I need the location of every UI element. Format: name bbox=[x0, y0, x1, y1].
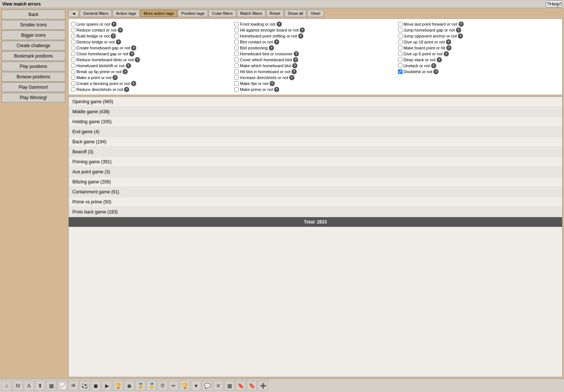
filter-checkbox[interactable] bbox=[398, 63, 402, 68]
cube-filters-btn[interactable]: Cube filters bbox=[209, 10, 236, 17]
result-row[interactable]: Priming game (391) bbox=[69, 157, 562, 167]
filter-help-icon[interactable]: ? bbox=[458, 33, 463, 39]
chart-icon[interactable]: ▦ bbox=[46, 380, 56, 391]
result-row[interactable]: Containment game (61) bbox=[69, 187, 562, 197]
filter-help-icon[interactable]: ? bbox=[131, 81, 136, 86]
filter-checkbox[interactable] bbox=[398, 69, 402, 74]
filter-checkbox[interactable] bbox=[234, 87, 239, 92]
filter-help-icon[interactable]: ? bbox=[111, 33, 116, 39]
filter-checkbox[interactable] bbox=[234, 46, 239, 50]
grid-icon[interactable]: ▦ bbox=[224, 380, 235, 391]
back-arrow-btn[interactable]: ◄ bbox=[68, 10, 79, 17]
filter-checkbox[interactable] bbox=[71, 40, 75, 44]
play-icon[interactable]: ▶ bbox=[102, 380, 112, 391]
bigger-icons-button[interactable]: Bigger icons bbox=[1, 30, 65, 40]
r-icon[interactable]: ® bbox=[157, 380, 168, 391]
reset-btn[interactable]: Reset bbox=[266, 10, 284, 17]
filter-checkbox[interactable] bbox=[234, 40, 239, 44]
bookmark-positions-button[interactable]: Bookmark positions bbox=[1, 51, 65, 61]
browse-positions-button[interactable]: Browse positions bbox=[1, 72, 65, 82]
filter-help-icon[interactable]: ? bbox=[113, 75, 118, 80]
medal-icon[interactable]: 🏅 bbox=[135, 380, 146, 391]
filter-help-icon[interactable]: ? bbox=[431, 63, 436, 68]
play-gammon-button[interactable]: Play Gammon! bbox=[1, 82, 65, 92]
filter-help-icon[interactable]: ? bbox=[446, 45, 451, 50]
filter-help-icon[interactable]: ? bbox=[459, 22, 464, 27]
filter-help-icon[interactable]: ? bbox=[129, 51, 134, 56]
general-filters-btn[interactable]: General filters bbox=[80, 10, 112, 17]
filter-help-icon[interactable]: ? bbox=[291, 69, 297, 74]
filter-help-icon[interactable]: ? bbox=[433, 69, 439, 74]
filter-help-icon[interactable]: ? bbox=[116, 39, 121, 45]
action-tags-btn[interactable]: Action tags bbox=[113, 10, 139, 17]
result-row[interactable]: Ace point game (3) bbox=[69, 167, 562, 177]
view-btn[interactable]: View! bbox=[307, 10, 324, 17]
position-tags-btn[interactable]: Position tags bbox=[178, 10, 208, 17]
filter-checkbox[interactable] bbox=[398, 58, 402, 62]
result-row[interactable]: Middle game (438) bbox=[69, 107, 562, 117]
filter-checkbox[interactable] bbox=[71, 75, 75, 80]
filter-help-icon[interactable]: ? bbox=[270, 81, 275, 86]
filter-help-icon[interactable]: ? bbox=[437, 57, 442, 62]
filter-help-icon[interactable]: ? bbox=[274, 39, 279, 45]
circle-icon[interactable]: ◉ bbox=[124, 380, 134, 391]
filter-help-icon[interactable]: ? bbox=[294, 51, 299, 56]
filter-checkbox[interactable] bbox=[71, 22, 75, 26]
m-icon[interactable]: M bbox=[13, 380, 23, 391]
filter-help-icon[interactable]: ? bbox=[277, 22, 282, 27]
result-row[interactable]: Bearoff (3) bbox=[69, 147, 562, 157]
filter-help-icon[interactable]: ? bbox=[274, 87, 279, 92]
filter-checkbox[interactable] bbox=[234, 69, 239, 74]
square-icon[interactable]: ◼ bbox=[91, 380, 101, 391]
filter-help-icon[interactable]: ? bbox=[444, 51, 449, 56]
filter-help-icon[interactable]: ? bbox=[298, 33, 303, 39]
filter-checkbox[interactable] bbox=[234, 63, 239, 68]
bookmark-icon[interactable]: 🔖 bbox=[235, 380, 246, 391]
filter-checkbox[interactable] bbox=[71, 63, 75, 68]
filter-checkbox[interactable] bbox=[71, 69, 75, 74]
eye-icon[interactable]: 👁 bbox=[68, 380, 79, 391]
filter-checkbox[interactable] bbox=[234, 52, 239, 56]
filter-help-icon[interactable]: ? bbox=[118, 27, 123, 33]
add-icon[interactable]: ➕ bbox=[258, 380, 268, 391]
filter-checkbox[interactable] bbox=[234, 34, 239, 38]
chat-icon[interactable]: 💬 bbox=[202, 380, 212, 391]
back-button[interactable]: Back bbox=[1, 10, 65, 19]
filter-checkbox[interactable] bbox=[234, 28, 239, 32]
filter-checkbox[interactable] bbox=[398, 52, 402, 56]
filter-checkbox[interactable] bbox=[398, 46, 402, 50]
edit-icon[interactable]: ✏ bbox=[169, 380, 179, 391]
bookmark2-icon[interactable]: 🔖 bbox=[247, 380, 257, 391]
a-icon[interactable]: A bbox=[24, 380, 34, 391]
filter-help-icon[interactable]: ? bbox=[292, 63, 297, 68]
filter-help-icon[interactable]: ? bbox=[123, 69, 128, 74]
result-row[interactable]: Opening game (965) bbox=[69, 97, 562, 107]
create-challenge-button[interactable]: Create challenge bbox=[1, 41, 65, 50]
filter-checkbox[interactable] bbox=[71, 28, 75, 32]
play-positions-button[interactable]: Play positions bbox=[1, 62, 65, 71]
filter-checkbox[interactable] bbox=[71, 52, 75, 56]
show-all-btn[interactable]: Show all bbox=[284, 10, 307, 17]
filter-checkbox[interactable] bbox=[234, 81, 239, 86]
filter-checkbox[interactable] bbox=[71, 81, 75, 86]
gold-icon[interactable]: 🥇 bbox=[146, 380, 157, 391]
filter-help-icon[interactable]: ? bbox=[446, 39, 451, 45]
match-filters-btn[interactable]: Match filters bbox=[237, 10, 265, 17]
ball-icon[interactable]: ⚽ bbox=[79, 380, 90, 391]
filter-checkbox[interactable] bbox=[398, 28, 402, 32]
filter-help-icon[interactable]: ? bbox=[456, 27, 461, 33]
filter-checkbox[interactable] bbox=[71, 46, 75, 50]
filter-checkbox[interactable] bbox=[234, 58, 239, 62]
filter-help-icon[interactable]: ? bbox=[124, 87, 129, 92]
result-row[interactable]: Blitzing game (206) bbox=[69, 177, 562, 187]
filter-help-icon[interactable]: ? bbox=[269, 45, 274, 50]
filter-help-icon[interactable]: ? bbox=[126, 63, 131, 68]
play-winning-button[interactable]: Play Winning! bbox=[1, 93, 65, 102]
filter-help-icon[interactable]: ? bbox=[135, 57, 140, 62]
cup-icon[interactable]: 🏆 bbox=[180, 380, 190, 391]
result-row[interactable]: Prime vs prime (50) bbox=[69, 197, 562, 207]
graph-icon[interactable]: 📈 bbox=[57, 380, 68, 391]
result-row[interactable]: Holding game (335) bbox=[69, 117, 562, 127]
filter-help-icon[interactable]: ? bbox=[111, 22, 117, 27]
filter-checkbox[interactable] bbox=[71, 58, 75, 62]
